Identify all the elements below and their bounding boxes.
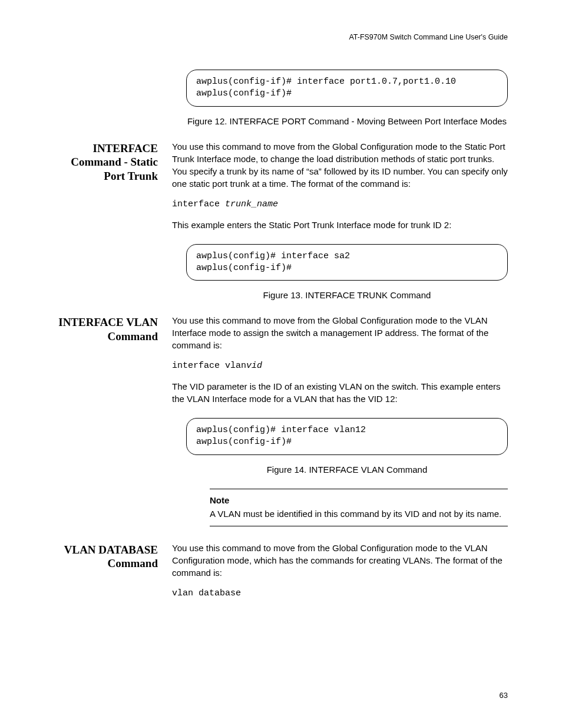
section-interface-vlan: INTERFACE VLAN Command You use this comm… — [54, 314, 508, 413]
figure-caption-12: Figure 12. INTERFACE PORT Command - Movi… — [186, 115, 508, 127]
section-body-1: You use this command to move from the Gl… — [172, 140, 508, 239]
figure-caption-14: Figure 14. INTERFACE VLAN Command — [186, 463, 508, 476]
page-header: AT-FS970M Switch Command Line User's Gui… — [54, 33, 508, 41]
section-vlan-database: VLAN DATABASE Command You use this comma… — [54, 542, 508, 608]
code-box-3: awplus(config)# interface vlan12 awplus(… — [186, 418, 508, 455]
section-heading-3: VLAN DATABASE Command — [54, 542, 172, 608]
command-syntax-3: vlan database — [172, 587, 508, 599]
paragraph: This example enters the Static Port Trun… — [172, 219, 508, 231]
code-box-1: awplus(config-if)# interface port1.0.7,p… — [186, 70, 508, 107]
section-body-2: You use this command to move from the Gl… — [172, 314, 508, 413]
page-number: 63 — [500, 691, 508, 700]
cmd-text: interface — [172, 199, 225, 209]
command-syntax-1: interface trunk_name — [172, 198, 508, 210]
section-interface-static-port-trunk: INTERFACE Command - Static Port Trunk Yo… — [54, 140, 508, 239]
paragraph: You use this command to move from the Gl… — [172, 314, 508, 351]
section-heading-1: INTERFACE Command - Static Port Trunk — [54, 140, 172, 239]
paragraph: You use this command to move from the Gl… — [172, 140, 508, 190]
section-body-3: You use this command to move from the Gl… — [172, 542, 508, 608]
note-text: A VLAN must be identified in this comman… — [210, 509, 501, 519]
note-box: Note A VLAN must be identified in this c… — [210, 489, 508, 526]
cmd-param: trunk_name — [225, 199, 278, 209]
cmd-param: vid — [246, 361, 262, 371]
code-box-2: awplus(config)# interface sa2 awplus(con… — [186, 244, 508, 281]
paragraph: The VID parameter is the ID of an existi… — [172, 380, 508, 405]
note-label: Note — [210, 494, 508, 506]
paragraph: You use this command to move from the Gl… — [172, 542, 508, 579]
cmd-text: interface vlan — [172, 361, 246, 371]
command-syntax-2: interface vlanvid — [172, 360, 508, 372]
figure-caption-13: Figure 13. INTERFACE TRUNK Command — [186, 289, 508, 301]
section-heading-2: INTERFACE VLAN Command — [54, 314, 172, 413]
